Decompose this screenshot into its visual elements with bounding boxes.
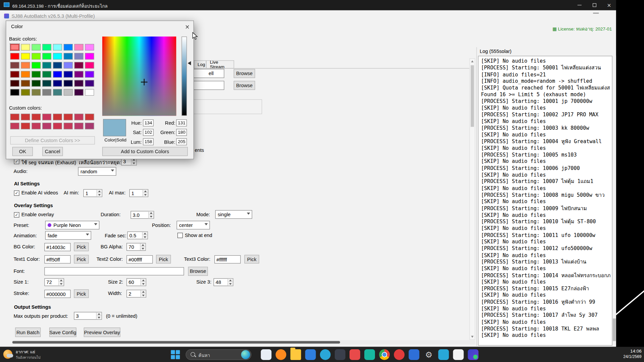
red-circle-app-icon[interactable]: [394, 349, 405, 360]
audio-combo[interactable]: random: [78, 167, 116, 176]
tab-live-stream[interactable]: Live Stream: [206, 60, 234, 68]
color-swatch[interactable]: [10, 62, 19, 69]
size2-spinner[interactable]: 60: [126, 278, 146, 286]
form-vertical-scrollbar[interactable]: [470, 58, 475, 340]
color-swatch[interactable]: [85, 62, 94, 69]
color-swatch[interactable]: [10, 89, 19, 96]
color-swatch[interactable]: [42, 89, 51, 96]
stroke-pick-button[interactable]: Pick: [74, 289, 89, 298]
bg-color-input[interactable]: #14003c: [44, 243, 70, 251]
color-swatch[interactable]: [32, 80, 41, 87]
color-swatch[interactable]: [42, 80, 51, 87]
color-swatch[interactable]: [64, 53, 73, 60]
run-batch-button[interactable]: Run Batch: [15, 327, 41, 337]
color-swatch[interactable]: [21, 71, 30, 78]
spinner-up-icon[interactable]: [227, 279, 233, 282]
spinner-down-icon[interactable]: [131, 162, 137, 165]
color-swatch[interactable]: [53, 123, 62, 129]
lum-input[interactable]: 158: [143, 138, 154, 145]
search-box[interactable]: ค้นหา: [185, 349, 251, 360]
spinner-up-icon[interactable]: [142, 232, 148, 235]
color-swatch[interactable]: [53, 53, 62, 60]
color-swatch[interactable]: [21, 44, 30, 51]
spinner-up-icon[interactable]: [148, 212, 154, 215]
search-highlights-icon[interactable]: [241, 350, 250, 359]
spinner-down-icon[interactable]: [148, 215, 154, 219]
color-swatch[interactable]: [64, 89, 73, 96]
color-swatch[interactable]: [74, 53, 84, 60]
log-vertical-scrollbar[interactable]: [613, 56, 616, 346]
rdp-maximize-button[interactable]: [587, 0, 602, 10]
color-swatch[interactable]: [42, 53, 51, 60]
rdp-minimize-button[interactable]: [572, 0, 587, 10]
bg-color-pick-button[interactable]: Pick: [74, 243, 89, 251]
color-swatch[interactable]: [64, 80, 73, 87]
color-swatch[interactable]: [74, 123, 84, 129]
preview-overlay-button[interactable]: Preview Overlay: [84, 327, 120, 337]
horizontal-scrollbar[interactable]: [12, 340, 475, 344]
color-swatch[interactable]: [42, 44, 51, 51]
form-scrollbar-thumb[interactable]: [471, 65, 474, 127]
microsoft-store-icon[interactable]: [305, 349, 316, 360]
spinner-up-icon[interactable]: [97, 190, 102, 193]
text1-pick-button[interactable]: Pick: [74, 255, 89, 263]
green-input[interactable]: 180: [176, 129, 187, 136]
spinner-down-icon[interactable]: [227, 282, 233, 286]
color-swatch[interactable]: [64, 62, 73, 69]
media-player-icon[interactable]: [468, 349, 479, 360]
edge-icon[interactable]: [320, 349, 331, 360]
settings-gear-icon[interactable]: ⚙: [423, 349, 434, 360]
animation-combo[interactable]: fade: [45, 231, 91, 240]
notepad-icon[interactable]: [453, 349, 464, 360]
width-spinner[interactable]: 2: [126, 290, 146, 297]
font-input[interactable]: [44, 267, 184, 275]
browse2-button[interactable]: Browse: [234, 81, 255, 90]
text3-color-input[interactable]: #ffffff: [214, 255, 240, 263]
sat-input[interactable]: 102: [143, 129, 154, 136]
fade-sec-spinner[interactable]: 0.5: [127, 232, 148, 239]
teal-app-icon[interactable]: [364, 349, 375, 360]
horizontal-scrollbar-thumb[interactable]: [12, 341, 340, 344]
scroll-down-icon[interactable]: [471, 336, 473, 338]
hue-input[interactable]: 134: [143, 119, 154, 126]
spinner-up-icon[interactable]: [96, 312, 102, 316]
color-swatch[interactable]: [85, 53, 94, 60]
color-swatch[interactable]: [64, 44, 73, 51]
luminance-slider-icon[interactable]: [188, 61, 191, 65]
color-swatch[interactable]: [32, 114, 41, 120]
spinner-up-icon[interactable]: [143, 190, 148, 193]
color-swatch[interactable]: [53, 89, 62, 96]
save-config-button[interactable]: Save Config: [49, 327, 76, 337]
add-to-custom-colors-button[interactable]: Add to Custom Colors: [102, 147, 188, 156]
color-swatch[interactable]: [21, 89, 30, 96]
cancel-button[interactable]: Cancel: [42, 147, 63, 156]
spinner-up-icon[interactable]: [141, 290, 146, 294]
ai-max-spinner[interactable]: 1: [129, 189, 148, 197]
color-swatch[interactable]: [64, 123, 73, 129]
color-crosshair-icon[interactable]: [141, 79, 148, 85]
color-swatch[interactable]: [85, 89, 94, 96]
color-swatch[interactable]: [42, 62, 51, 69]
ai-min-spinner[interactable]: 1: [84, 189, 102, 197]
position-combo[interactable]: center: [177, 221, 210, 230]
color-swatch[interactable]: [32, 71, 41, 78]
text1-color-input[interactable]: #ff50ff: [44, 255, 70, 263]
blue-input[interactable]: 205: [176, 138, 187, 145]
color-swatch[interactable]: [21, 62, 30, 69]
color-swatch[interactable]: [21, 114, 30, 120]
tab-log[interactable]: Log: [194, 60, 206, 68]
exhaust-checkbox[interactable]: [14, 159, 19, 164]
color-swatch[interactable]: [74, 71, 84, 78]
color-swatch[interactable]: [64, 114, 73, 120]
color-swatch[interactable]: [10, 123, 19, 129]
color-swatch[interactable]: [10, 71, 19, 78]
color-swatch[interactable]: [42, 123, 51, 129]
clock[interactable]: 14:06 24/1/2569: [623, 349, 641, 359]
color-swatch[interactable]: [64, 71, 73, 78]
preset-combo[interactable]: Purple Neon: [45, 221, 100, 230]
color-swatch[interactable]: [32, 44, 41, 51]
spinner-up-icon[interactable]: [140, 243, 146, 247]
spinner-down-icon[interactable]: [96, 316, 102, 319]
spinner-down-icon[interactable]: [143, 193, 148, 197]
size1-spinner[interactable]: 72: [44, 278, 64, 286]
